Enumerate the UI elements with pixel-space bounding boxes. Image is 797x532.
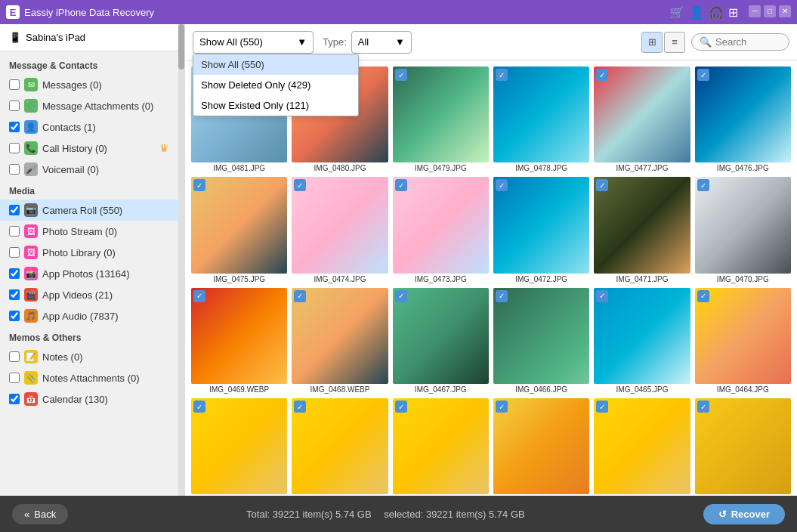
app-audio-label: App Audio (7837)	[42, 311, 169, 322]
photo-cell[interactable]: ✓IMG_0471.JPG	[594, 177, 690, 283]
photo-cell[interactable]: ✓IMG_0467.JPG	[393, 288, 489, 394]
photo-checkbox[interactable]: ✓	[193, 179, 205, 191]
photo-cell[interactable]: ✓IMG_0475.JPG	[191, 177, 287, 283]
photo-checkbox[interactable]: ✓	[496, 401, 508, 413]
sidebar-item-notes[interactable]: 📝 Notes (0)	[0, 346, 178, 367]
photo-checkbox[interactable]: ✓	[496, 290, 508, 302]
notes-checkbox[interactable]	[9, 351, 20, 362]
photo-checkbox[interactable]: ✓	[294, 290, 306, 302]
message-attachments-checkbox[interactable]	[9, 101, 20, 111]
photo-cell[interactable]: ✓IMG_0461.JPG	[393, 398, 489, 496]
bottom-bar: « Back Total: 39221 item(s) 5.74 GB sele…	[0, 496, 797, 532]
dropdown-option-deleted[interactable]: Show Deleted Only (429)	[193, 75, 358, 95]
photo-checkbox[interactable]: ✓	[193, 290, 205, 302]
maximize-button[interactable]: □	[764, 5, 776, 17]
sidebar-item-app-photos[interactable]: 📸 App Photos (13164)	[0, 263, 178, 284]
sidebar-item-voicemail[interactable]: 🎤 Voicemail (0)	[0, 159, 178, 180]
photo-checkbox[interactable]: ✓	[697, 290, 709, 302]
dropdown-option-all[interactable]: Show All (550)	[193, 54, 358, 75]
camera-roll-checkbox[interactable]	[9, 205, 20, 215]
cart-icon[interactable]: 🛒	[669, 5, 684, 20]
show-dropdown-button[interactable]: Show All (550) ▼	[193, 31, 314, 54]
photo-cell[interactable]: ✓IMG_0465.JPG	[594, 288, 690, 394]
sidebar-item-notes-attachments[interactable]: 📎 Notes Attachments (0)	[0, 367, 178, 388]
photo-cell[interactable]: ✓IMG_0479.JPG	[393, 66, 489, 172]
app-photos-checkbox[interactable]	[9, 268, 20, 279]
photo-cell[interactable]: ✓IMG_0468.WEBP	[292, 288, 388, 394]
grid-view-button[interactable]: ⊞	[641, 32, 663, 53]
photo-cell[interactable]: ✓IMG_0477.JPG	[594, 66, 690, 172]
voicemail-checkbox[interactable]	[9, 164, 20, 175]
photo-cell[interactable]: ✓IMG_0472.JPG	[493, 177, 589, 283]
app-audio-checkbox[interactable]	[9, 311, 20, 321]
photo-library-checkbox[interactable]	[9, 247, 20, 258]
photo-thumbnail: ✓	[292, 288, 388, 384]
sidebar-item-call-history[interactable]: 📞 Call History (0) ♛	[0, 138, 178, 159]
photo-checkbox[interactable]: ✓	[596, 290, 608, 302]
sidebar-item-photo-stream[interactable]: 🖼 Photo Stream (0)	[0, 221, 178, 242]
photo-checkbox[interactable]: ✓	[496, 179, 508, 191]
photo-checkbox[interactable]: ✓	[395, 179, 407, 191]
photo-cell[interactable]: ✓IMG_0473.JPG	[393, 177, 489, 283]
photo-thumbnail: ✓	[393, 177, 489, 273]
photo-stream-checkbox[interactable]	[9, 226, 20, 237]
photo-cell[interactable]: ✓IMG_0470.JPG	[695, 177, 791, 283]
photo-label: IMG_0479.JPG	[393, 164, 489, 172]
sidebar-item-messages[interactable]: ✉ Messages (0)	[0, 74, 178, 95]
headset-icon[interactable]: 🎧	[709, 5, 724, 20]
photo-checkbox[interactable]: ✓	[596, 69, 608, 81]
sidebar-scrollbar-thumb[interactable]	[178, 24, 184, 70]
window-controls: 🛒 👤 🎧 ⊞ ─ □ ✕	[669, 5, 791, 20]
back-button[interactable]: « Back	[12, 504, 68, 524]
call-history-checkbox[interactable]	[9, 143, 20, 153]
recover-button[interactable]: ↺ Recover	[703, 504, 785, 524]
sidebar-item-app-videos[interactable]: 🎬 App Videos (21)	[0, 284, 178, 305]
search-input[interactable]	[715, 36, 783, 48]
photo-cell[interactable]: ✓IMG_0463.JPG	[191, 398, 287, 496]
photo-cell[interactable]: ✓IMG_0458.JPG	[695, 398, 791, 496]
photo-checkbox[interactable]: ✓	[697, 69, 709, 81]
photo-checkbox[interactable]: ✓	[193, 401, 205, 413]
sidebar-item-calendar[interactable]: 📅 Calendar (130)	[0, 388, 178, 410]
photo-checkbox[interactable]: ✓	[697, 401, 709, 413]
photo-checkbox[interactable]: ✓	[294, 179, 306, 191]
photo-cell[interactable]: ✓IMG_0478.JPG	[493, 66, 589, 172]
close-button[interactable]: ✕	[779, 5, 791, 17]
photo-cell[interactable]: ✓IMG_0474.JPG	[292, 177, 388, 283]
sidebar-item-app-audio[interactable]: 🎵 App Audio (7837)	[0, 305, 178, 326]
photo-checkbox[interactable]: ✓	[294, 401, 306, 413]
photo-checkbox[interactable]: ✓	[596, 401, 608, 413]
photo-cell[interactable]: ✓IMG_0462.JPG	[292, 398, 388, 496]
list-view-button[interactable]: ≡	[664, 32, 685, 53]
user-icon[interactable]: 👤	[689, 5, 704, 20]
notes-attachments-checkbox[interactable]	[9, 373, 20, 383]
sidebar-item-camera-roll[interactable]: 📷 Camera Roll (550)	[0, 200, 178, 221]
photo-cell[interactable]: ✓IMG_0466.JPG	[493, 288, 589, 394]
sidebar-item-contacts[interactable]: 👤 Contacts (1)	[0, 116, 178, 138]
photo-cell[interactable]: ✓IMG_0460.JPG	[493, 398, 589, 496]
photo-cell[interactable]: ✓IMG_0476.JPG	[695, 66, 791, 172]
photo-checkbox[interactable]: ✓	[395, 401, 407, 413]
photo-checkbox[interactable]: ✓	[395, 290, 407, 302]
photo-thumbnail: ✓	[594, 177, 690, 273]
photo-thumbnail: ✓	[594, 66, 690, 162]
photo-cell[interactable]: ✓IMG_0464.JPG	[695, 288, 791, 394]
sidebar-scrollbar[interactable]	[178, 24, 184, 496]
dropdown-option-existed[interactable]: Show Existed Only (121)	[193, 95, 358, 116]
photo-checkbox[interactable]: ✓	[596, 179, 608, 191]
contacts-checkbox[interactable]	[9, 122, 20, 132]
photo-checkbox[interactable]: ✓	[697, 179, 709, 191]
photo-checkbox[interactable]: ✓	[395, 69, 407, 81]
sidebar-item-photo-library[interactable]: 🖼 Photo Library (0)	[0, 242, 178, 263]
grid-icon[interactable]: ⊞	[728, 5, 738, 20]
messages-checkbox[interactable]	[9, 79, 20, 90]
device-item[interactable]: 📱 Sabina's iPad	[0, 24, 178, 51]
type-dropdown[interactable]: All ▼	[351, 31, 412, 54]
sidebar-item-message-attachments[interactable]: 📎 Message Attachments (0)	[0, 95, 178, 116]
calendar-checkbox[interactable]	[9, 394, 20, 404]
app-videos-checkbox[interactable]	[9, 289, 20, 300]
photo-cell[interactable]: ✓IMG_0469.WEBP	[191, 288, 287, 394]
minimize-button[interactable]: ─	[749, 5, 761, 17]
photo-checkbox[interactable]: ✓	[496, 69, 508, 81]
photo-cell[interactable]: ✓IMG_0459.JPG	[594, 398, 690, 496]
